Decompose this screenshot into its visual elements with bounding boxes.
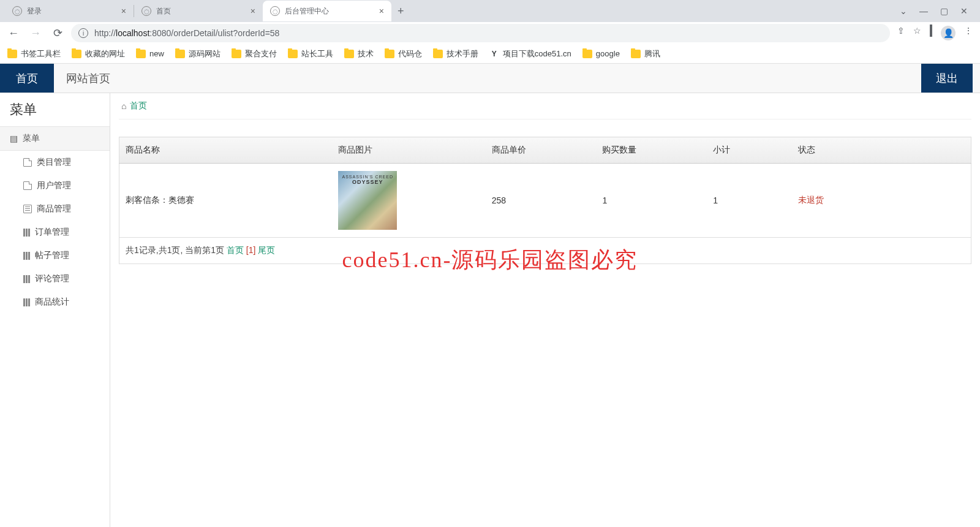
cell-qty: 1 xyxy=(596,164,707,238)
menu-icon[interactable]: ⋮ xyxy=(964,26,973,40)
globe-icon: ◌ xyxy=(270,6,280,16)
pager-row: 共1记录,共1页, 当前第1页 首页 [1] 尾页 xyxy=(119,238,971,264)
info-icon[interactable]: i xyxy=(78,28,88,38)
bookmark-item[interactable]: Y项目下载code51.cn xyxy=(489,48,571,59)
close-icon[interactable]: × xyxy=(379,6,384,16)
bookmark-item[interactable]: 聚合支付 xyxy=(232,48,277,59)
pager-first[interactable]: 首页 xyxy=(227,245,244,255)
folder-icon xyxy=(175,50,185,58)
profile-icon[interactable]: 👤 xyxy=(941,26,956,40)
app-header: 首页 网站首页 退出 xyxy=(0,64,980,93)
star-icon[interactable]: ☆ xyxy=(913,26,921,40)
forward-button[interactable]: → xyxy=(27,25,44,42)
minimize-icon[interactable]: — xyxy=(919,6,928,16)
sidebar-item-category[interactable]: 类目管理 xyxy=(0,151,110,174)
new-tab-button[interactable]: + xyxy=(391,5,410,18)
nav-site-home[interactable]: 网站首页 xyxy=(54,64,123,93)
folder-icon xyxy=(288,50,298,58)
breadcrumb: ⌂ 首页 xyxy=(119,93,971,119)
col-subtotal: 小计 xyxy=(707,137,792,164)
product-image: ASSASSIN'S CREED ODYSSEY xyxy=(338,171,397,230)
books-icon xyxy=(23,298,30,306)
panel-icon[interactable] xyxy=(930,26,932,40)
nav-home[interactable]: 首页 xyxy=(0,64,54,93)
order-detail-table: 商品名称 商品图片 商品单价 购买数量 小计 状态 刺客信条：奥德赛 ASSAS… xyxy=(119,137,971,264)
chevron-down-icon[interactable]: ⌄ xyxy=(900,6,907,16)
col-qty: 购买数量 xyxy=(596,137,707,164)
cell-price: 258 xyxy=(486,164,597,238)
app-body: 菜单 ▤ 菜单 类目管理 用户管理 商品管理 订单管理 帖子管理 评论管理 商品… xyxy=(0,93,980,527)
tab-title: 后台管理中心 xyxy=(285,6,374,17)
cell-subtotal: 1 xyxy=(707,164,792,238)
folder-icon xyxy=(72,50,81,58)
browser-tab[interactable]: ◌ 首页 × xyxy=(134,1,263,21)
sidebar-item-users[interactable]: 用户管理 xyxy=(0,174,110,197)
sidebar-title: 菜单 xyxy=(0,93,110,126)
page-icon xyxy=(23,158,32,167)
folder-icon xyxy=(136,50,146,58)
folder-icon xyxy=(344,50,354,58)
page-icon xyxy=(23,181,32,190)
bookmark-item[interactable]: 技术 xyxy=(344,48,374,59)
home-icon: ⌂ xyxy=(121,101,126,111)
folder-icon xyxy=(582,50,592,58)
tab-title: 首页 xyxy=(156,6,246,17)
table-row: 刺客信条：奥德赛 ASSASSIN'S CREED ODYSSEY 258 1 … xyxy=(119,164,971,238)
sidebar-item-posts[interactable]: 帖子管理 xyxy=(0,244,110,267)
cell-status: 未退货 xyxy=(792,164,971,238)
cell-image: ASSASSIN'S CREED ODYSSEY xyxy=(332,164,485,238)
main-content: ⌂ 首页 商品名称 商品图片 商品单价 购买数量 小计 状态 刺客信条：奥德赛 xyxy=(110,93,980,527)
bookmark-item[interactable]: 技术手册 xyxy=(433,48,478,59)
site-icon: Y xyxy=(489,49,499,59)
col-image: 商品图片 xyxy=(332,137,485,164)
folder-icon xyxy=(7,50,17,58)
browser-tab-active[interactable]: ◌ 后台管理中心 × xyxy=(263,1,391,21)
share-icon[interactable]: ⇪ xyxy=(897,26,905,40)
browser-tab[interactable]: ◌ 登录 × xyxy=(5,1,134,21)
bookmark-item[interactable]: google xyxy=(582,49,620,58)
books-icon xyxy=(23,229,30,237)
globe-icon: ◌ xyxy=(12,6,22,16)
list-icon xyxy=(23,205,32,213)
folder-icon xyxy=(631,50,641,58)
close-icon[interactable]: × xyxy=(251,6,255,16)
sidebar-item-stats[interactable]: 商品统计 xyxy=(0,290,110,314)
tab-title: 登录 xyxy=(27,6,116,17)
maximize-icon[interactable]: ▢ xyxy=(940,6,948,16)
sidebar-item-comments[interactable]: 评论管理 xyxy=(0,267,110,290)
bookmark-item[interactable]: 站长工具 xyxy=(288,48,333,59)
pager-current: [1] xyxy=(246,245,256,255)
bookmark-item[interactable]: 代码仓 xyxy=(385,48,422,59)
reload-button[interactable]: ⟳ xyxy=(49,25,66,42)
back-button[interactable]: ← xyxy=(5,25,22,42)
sidebar: 菜单 ▤ 菜单 类目管理 用户管理 商品管理 订单管理 帖子管理 评论管理 商品… xyxy=(0,93,110,527)
url-input[interactable]: i http://localhost:8080/orderDetail/ulis… xyxy=(71,24,890,42)
menu-icon: ▤ xyxy=(10,134,18,143)
table-header-row: 商品名称 商品图片 商品单价 购买数量 小计 状态 xyxy=(119,137,971,164)
breadcrumb-home-link[interactable]: 首页 xyxy=(130,100,147,112)
books-icon xyxy=(23,275,30,283)
col-price: 商品单价 xyxy=(486,137,597,164)
pager-last[interactable]: 尾页 xyxy=(258,245,275,255)
bookmark-item[interactable]: 收藏的网址 xyxy=(72,48,125,59)
bookmark-item[interactable]: 书签工具栏 xyxy=(7,48,61,59)
bookmark-item[interactable]: 源码网站 xyxy=(175,48,221,59)
pager-cell: 共1记录,共1页, 当前第1页 首页 [1] 尾页 xyxy=(119,238,971,264)
browser-chrome: ◌ 登录 × ◌ 首页 × ◌ 后台管理中心 × + ⌄ — ▢ ✕ ← → ⟳… xyxy=(0,0,980,64)
globe-icon: ◌ xyxy=(141,6,151,16)
bookmark-item[interactable]: 腾讯 xyxy=(631,48,660,59)
status-badge: 未退货 xyxy=(798,195,824,205)
bookmark-item[interactable]: new xyxy=(136,49,164,58)
close-icon[interactable]: × xyxy=(121,6,126,16)
url-text: http://localhost:8080/orderDetail/ulist?… xyxy=(94,28,279,38)
sidebar-item-products[interactable]: 商品管理 xyxy=(0,197,110,221)
bookmarks-bar: 书签工具栏 收藏的网址 new 源码网站 聚合支付 站长工具 技术 代码仓 技术… xyxy=(0,44,980,64)
logout-button[interactable]: 退出 xyxy=(921,64,973,93)
sidebar-item-orders[interactable]: 订单管理 xyxy=(0,221,110,244)
close-window-icon[interactable]: ✕ xyxy=(960,6,968,16)
address-bar: ← → ⟳ i http://localhost:8080/orderDetai… xyxy=(0,22,980,44)
folder-icon xyxy=(385,50,394,58)
menu-root[interactable]: ▤ 菜单 xyxy=(0,126,110,151)
col-status: 状态 xyxy=(792,137,971,164)
tab-bar: ◌ 登录 × ◌ 首页 × ◌ 后台管理中心 × + ⌄ — ▢ ✕ xyxy=(0,0,980,22)
